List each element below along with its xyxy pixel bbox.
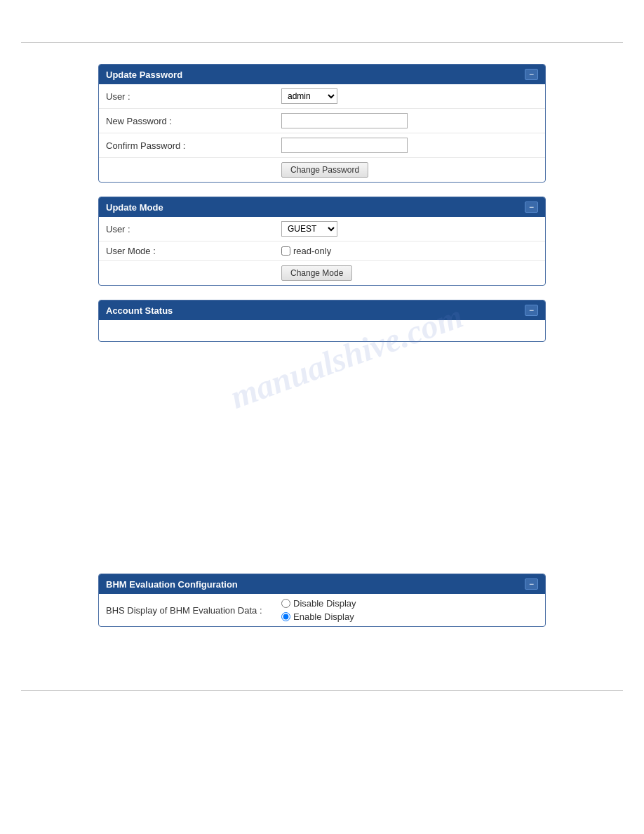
update-mode-header: Update Mode − [99,197,545,217]
update-password-header: Update Password − [99,65,545,84]
new-password-input[interactable] [281,113,408,128]
update-password-collapse-btn[interactable]: − [525,69,538,80]
update-password-user-select[interactable]: admin guest [281,88,337,104]
confirm-password-row: Confirm Password : [99,133,545,158]
new-password-control [281,113,408,128]
update-mode-collapse-btn[interactable]: − [525,201,538,213]
update-mode-body: User : GUEST ADMIN User Mode : read-only [99,217,545,285]
user-mode-checkbox-text: read-only [293,246,331,256]
update-password-user-control: admin guest [281,88,337,104]
change-mode-btn-row: Change Mode [99,261,545,285]
bhs-display-row: BHS Display of BHM Evaluation Data : Dis… [99,594,545,626]
confirm-password-input[interactable] [281,138,408,153]
disable-display-label: Disable Display [281,598,356,609]
account-status-collapse-btn[interactable]: − [525,305,538,316]
bhm-evaluation-header: BHM Evaluation Configuration − [99,574,545,594]
update-password-panel: Update Password − User : admin guest New… [98,64,546,183]
new-password-row: New Password : [99,109,545,133]
user-mode-control: read-only [281,246,331,256]
user-mode-label: User Mode : [106,246,281,256]
update-mode-user-label: User : [106,224,281,234]
update-password-user-row: User : admin guest [99,84,545,109]
enable-display-label: Enable Display [281,611,356,622]
disable-display-text: Disable Display [293,598,356,609]
bhm-evaluation-body: BHS Display of BHM Evaluation Data : Dis… [99,594,545,626]
account-status-title: Account Status [106,305,173,316]
user-mode-checkbox-label: read-only [281,246,331,256]
update-mode-user-control: GUEST ADMIN [281,221,337,237]
bhs-display-control: Disable Display Enable Display [281,598,356,622]
change-password-btn-offset: Change Password [281,162,368,178]
update-password-body: User : admin guest New Password : Confir… [99,84,545,182]
confirm-password-label: Confirm Password : [106,140,281,151]
enable-display-text: Enable Display [293,611,354,622]
account-status-panel: Account Status − [98,300,546,342]
change-password-button[interactable]: Change Password [281,162,368,178]
update-mode-panel: Update Mode − User : GUEST ADMIN User Mo… [98,197,546,286]
account-status-header: Account Status − [99,300,545,320]
update-mode-title: Update Mode [106,202,163,213]
user-mode-row: User Mode : read-only [99,241,545,261]
user-mode-checkbox[interactable] [281,246,290,256]
bhm-evaluation-panel: BHM Evaluation Configuration − BHS Displ… [98,574,546,627]
update-mode-user-select[interactable]: GUEST ADMIN [281,221,337,237]
spacer [98,356,546,574]
bhm-evaluation-collapse-btn[interactable]: − [525,578,538,590]
update-password-title: Update Password [106,70,182,80]
disable-display-radio[interactable] [281,599,290,608]
update-password-user-label: User : [106,91,281,102]
confirm-password-control [281,138,408,153]
change-password-btn-row: Change Password [99,158,545,182]
account-status-body [99,320,545,341]
change-mode-button[interactable]: Change Mode [281,265,352,281]
bottom-divider [21,690,623,691]
bhs-display-label: BHS Display of BHM Evaluation Data : [106,605,281,616]
bhs-display-radio-group: Disable Display Enable Display [281,598,356,622]
enable-display-radio[interactable] [281,612,290,621]
change-mode-btn-offset: Change Mode [281,265,352,281]
update-mode-user-row: User : GUEST ADMIN [99,217,545,241]
bhm-evaluation-title: BHM Evaluation Configuration [106,579,238,590]
new-password-label: New Password : [106,116,281,126]
